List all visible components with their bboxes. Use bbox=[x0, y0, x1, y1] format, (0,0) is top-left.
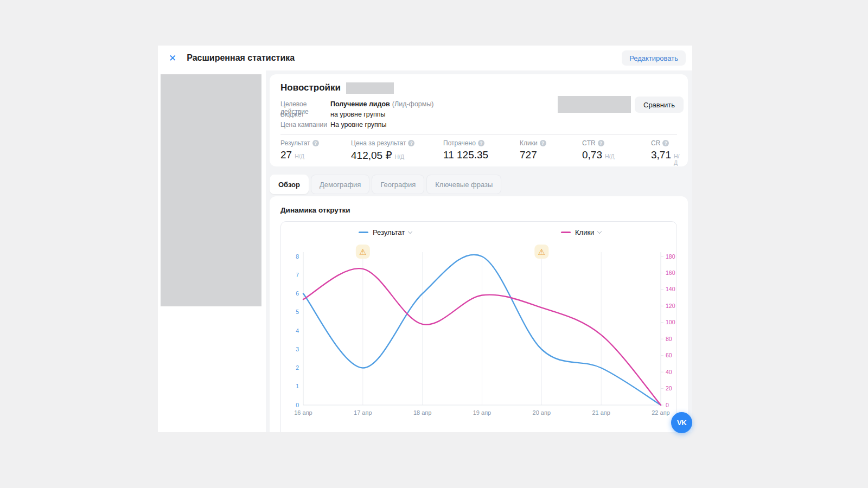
stat-label: Потрачено bbox=[443, 139, 476, 147]
modal-header: ✕ Расширенная статистика Редактировать bbox=[158, 46, 692, 70]
x-axis-tick-label: 21 апр bbox=[592, 409, 610, 416]
compare-button[interactable]: Сравнить bbox=[635, 97, 684, 113]
stat-label: Результат bbox=[280, 139, 310, 147]
tab-keywords[interactable]: Ключевые фразы bbox=[426, 175, 501, 194]
left-axis-tick-label: 5 bbox=[296, 309, 299, 315]
campaign-card: Новостройки Целевое действие Получение л… bbox=[270, 74, 688, 166]
x-axis-tick-label: 19 апр bbox=[473, 409, 491, 416]
edit-button[interactable]: Редактировать bbox=[622, 50, 686, 66]
legend-clicks[interactable]: Клики bbox=[561, 228, 601, 236]
campaign-field-row: Бюджет на уровне группы bbox=[280, 111, 434, 121]
right-axis-tick-label: 60 bbox=[666, 352, 672, 358]
statistics-modal: ✕ Расширенная статистика Редактировать Н… bbox=[158, 46, 692, 432]
tab-geography[interactable]: География bbox=[372, 175, 424, 194]
redacted-campaign-name bbox=[346, 82, 394, 94]
modal-body: Новостройки Целевое действие Получение л… bbox=[158, 70, 692, 432]
stat-cr: CR? 3,71Н/Д bbox=[651, 139, 679, 166]
vk-logo: VK bbox=[677, 419, 686, 427]
help-icon[interactable]: ? bbox=[408, 140, 414, 146]
stat-value: 11 125.35 bbox=[443, 149, 488, 161]
right-axis-tick-label: 160 bbox=[666, 269, 675, 276]
right-axis-tick-label: 0 bbox=[666, 402, 669, 408]
x-axis-tick-label: 18 апр bbox=[413, 409, 431, 416]
right-axis-tick-label: 40 bbox=[666, 369, 672, 375]
left-axis-tick-label: 3 bbox=[296, 346, 299, 352]
stat-suffix: Н/Д bbox=[295, 153, 304, 159]
stat-result: Результат? 27Н/Д bbox=[280, 139, 351, 166]
campaign-field-row: Целевое действие Получение лидов (Лид-фо… bbox=[280, 100, 434, 111]
stats-row: Результат? 27Н/Д Цена за результат? 412,… bbox=[280, 139, 677, 166]
stat-clicks: Клики? 727 bbox=[520, 139, 582, 166]
chart-panel: Результат Клики 012345678020406080100120… bbox=[280, 221, 677, 432]
left-axis-tick-label: 2 bbox=[296, 364, 299, 371]
warning-icon: ⚠ bbox=[538, 247, 545, 256]
campaign-field-row: Цена кампании На уровне группы bbox=[280, 121, 434, 131]
x-axis-tick-label: 22 апр bbox=[652, 409, 669, 416]
chart-section-title: Динамика открутки bbox=[280, 206, 350, 214]
right-axis-tick-label: 80 bbox=[666, 336, 672, 342]
stat-value: 0,73 bbox=[582, 149, 602, 161]
vk-fab[interactable]: VK bbox=[671, 412, 692, 433]
left-axis-tick-label: 7 bbox=[296, 272, 299, 278]
field-value-suffix: (Лид-формы) bbox=[392, 100, 434, 108]
right-axis-tick-label: 20 bbox=[666, 385, 672, 391]
field-value: на уровне группы bbox=[330, 111, 385, 118]
right-axis-tick-label: 100 bbox=[666, 319, 675, 325]
x-axis-tick-label: 20 апр bbox=[533, 409, 551, 416]
chevron-down-icon bbox=[408, 229, 412, 233]
left-axis-tick-label: 0 bbox=[296, 402, 299, 408]
field-label: Бюджет bbox=[280, 111, 330, 118]
legend-dash-clicks bbox=[561, 232, 571, 233]
page-backdrop: ✕ Расширенная статистика Редактировать Н… bbox=[0, 0, 868, 488]
stat-cost-per-result: Цена за результат? 412,05 ₽Н/Д bbox=[351, 139, 443, 166]
chevron-down-icon bbox=[597, 229, 602, 233]
help-icon[interactable]: ? bbox=[540, 140, 546, 146]
field-value: На уровне группы bbox=[330, 121, 387, 129]
tab-overview[interactable]: Обзор bbox=[270, 175, 309, 194]
page-title: Расширенная статистика bbox=[187, 53, 295, 63]
left-axis-tick-label: 8 bbox=[296, 253, 299, 260]
help-icon[interactable]: ? bbox=[478, 140, 484, 146]
campaign-fields: Целевое действие Получение лидов (Лид-фо… bbox=[280, 100, 434, 131]
right-axis-tick-label: 180 bbox=[666, 253, 675, 260]
legend-result[interactable]: Результат bbox=[359, 228, 412, 236]
stat-value: 27 bbox=[280, 149, 292, 161]
tab-demography[interactable]: Демография bbox=[311, 175, 369, 194]
stat-label: CTR bbox=[582, 139, 596, 147]
tab-bar: Обзор Демография География Ключевые фраз… bbox=[270, 175, 501, 194]
legend-label: Результат bbox=[373, 228, 405, 236]
stat-label: CR bbox=[651, 139, 660, 147]
chart-card: Динамика открутки Результат Клики 012345… bbox=[270, 196, 688, 432]
help-icon[interactable]: ? bbox=[598, 140, 604, 146]
stat-value: 412,05 ₽ bbox=[351, 149, 392, 162]
stat-value: 727 bbox=[520, 149, 537, 161]
legend-label: Клики bbox=[575, 228, 594, 236]
field-value: Получение лидов bbox=[330, 100, 390, 108]
stat-label: Цена за результат bbox=[351, 139, 406, 147]
close-icon[interactable]: ✕ bbox=[169, 54, 176, 63]
sidebar bbox=[158, 70, 266, 432]
redacted-compare-field bbox=[558, 96, 631, 113]
chart-svg: 01234567802040608010012014016018016 апр1… bbox=[281, 241, 676, 432]
stat-value: 3,71 bbox=[651, 149, 671, 161]
help-icon[interactable]: ? bbox=[662, 140, 669, 146]
left-axis-tick-label: 6 bbox=[296, 290, 299, 297]
help-icon[interactable]: ? bbox=[312, 140, 319, 146]
stat-spent: Потрачено? 11 125.35 bbox=[443, 139, 520, 166]
stat-ctr: CTR? 0,73Н/Д bbox=[582, 139, 651, 166]
campaign-title: Новостройки bbox=[280, 82, 341, 93]
x-axis-tick-label: 17 апр bbox=[354, 409, 372, 416]
right-axis-tick-label: 120 bbox=[666, 303, 675, 309]
legend-dash-result bbox=[359, 232, 368, 233]
stat-suffix: Н/Д bbox=[394, 153, 404, 160]
field-label: Цена кампании bbox=[280, 121, 330, 129]
stat-suffix: Н/Д bbox=[674, 153, 680, 166]
stat-label: Клики bbox=[520, 139, 538, 147]
stats-divider bbox=[280, 134, 677, 135]
left-axis-tick-label: 1 bbox=[296, 383, 299, 389]
warning-icon: ⚠ bbox=[359, 247, 366, 256]
campaign-title-row: Новостройки bbox=[280, 81, 394, 94]
redacted-sidebar-block bbox=[161, 74, 261, 306]
right-axis-tick-label: 140 bbox=[666, 286, 675, 292]
stat-suffix: Н/Д bbox=[605, 153, 615, 159]
